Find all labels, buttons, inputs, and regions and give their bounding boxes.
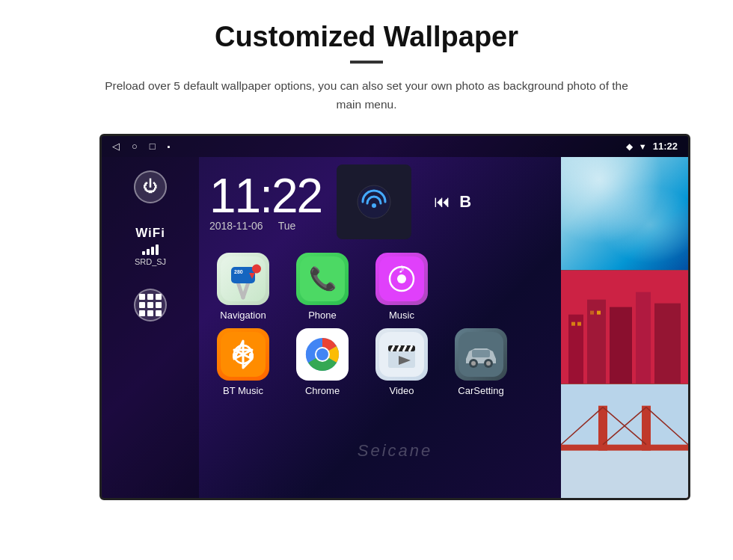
app-chrome[interactable]: Chrome	[289, 328, 356, 396]
wallpaper-panel	[561, 157, 688, 498]
bt-music-label: BT Music	[223, 385, 263, 396]
sidebar: ⏻ WiFi SRD_SJ	[102, 157, 199, 498]
phone-icon: 📞	[296, 253, 349, 305]
svg-rect-14	[233, 353, 237, 359]
video-label: Video	[389, 385, 414, 396]
wifi-ssid: SRD_SJ	[135, 257, 166, 266]
svg-text:280: 280	[234, 269, 243, 274]
app-navigation[interactable]: 280 Navigation	[209, 253, 277, 321]
apps-dot	[147, 294, 153, 300]
watermark: Seicane	[358, 441, 433, 461]
power-icon: ⏻	[143, 178, 158, 195]
music-icon: ♪	[375, 253, 428, 305]
svg-rect-39	[654, 304, 681, 384]
prev-track-icon[interactable]: ⏮	[434, 192, 450, 212]
page-wrapper: Customized Wallpaper Preload over 5 defa…	[0, 0, 733, 500]
apps-dot	[156, 310, 162, 316]
svg-text:♪: ♪	[399, 261, 405, 276]
apps-dot	[147, 310, 153, 316]
svg-rect-43	[597, 311, 601, 315]
apps-dot	[139, 302, 145, 308]
wifi-status-icon: ▼	[639, 142, 647, 151]
svg-text:📞: 📞	[309, 265, 337, 292]
app-phone[interactable]: 📞 Phone	[289, 253, 356, 321]
chrome-label: Chrome	[305, 385, 340, 396]
wallpaper-thumb-bridge[interactable]	[561, 384, 688, 497]
carsetting-label: CarSetting	[458, 385, 503, 396]
svg-rect-29	[472, 350, 490, 357]
svg-rect-47	[598, 406, 607, 451]
svg-rect-42	[590, 311, 594, 315]
title-divider	[350, 61, 383, 64]
music-label: Music	[389, 310, 414, 321]
clock-date: 2018-11-06	[209, 220, 263, 232]
page-description: Preload over 5 default wallpaper options…	[97, 77, 636, 114]
device-container: ◁ ○ □ ▪ ◆ ▼ 11:22 ⏻	[71, 134, 662, 500]
navigation-icon: 280	[217, 253, 269, 305]
device-screen: ◁ ○ □ ▪ ◆ ▼ 11:22 ⏻	[99, 134, 690, 500]
status-bar: ◁ ○ □ ▪ ◆ ▼ 11:22	[102, 136, 688, 157]
status-bar-right: ◆ ▼ 11:22	[626, 141, 678, 152]
apps-grid-icon	[139, 294, 162, 316]
navigation-label: Navigation	[220, 310, 266, 321]
apps-dot	[156, 294, 162, 300]
svg-rect-37	[610, 307, 632, 384]
wallpaper-thumb-city[interactable]	[561, 270, 688, 384]
wifi-widget: WiFi SRD_SJ	[135, 226, 166, 266]
nav-recent-icon[interactable]: □	[150, 141, 156, 152]
svg-rect-44	[561, 384, 688, 451]
carsetting-icon	[455, 328, 507, 381]
svg-rect-15	[249, 353, 254, 359]
app-bt-music[interactable]: BT Music	[209, 328, 277, 396]
wifi-bar-1	[142, 251, 145, 255]
nav-home-icon[interactable]: ○	[132, 141, 138, 152]
apps-dot	[139, 310, 145, 316]
power-button[interactable]: ⏻	[134, 170, 167, 203]
wifi-bar-3	[151, 247, 154, 255]
svg-rect-45	[561, 451, 688, 498]
wallpaper-thumb-ice[interactable]	[561, 157, 688, 270]
status-time: 11:22	[653, 141, 678, 152]
svg-point-31	[471, 361, 476, 366]
media-widget	[337, 164, 411, 239]
svg-rect-48	[642, 406, 651, 451]
wifi-bars	[142, 243, 159, 255]
page-title: Customized Wallpaper	[215, 21, 518, 53]
bluetooth-text-icon: B	[459, 192, 471, 212]
app-carsetting[interactable]: CarSetting	[447, 328, 515, 396]
clock-widget: 11:22 2018-11-06 Tue	[209, 172, 322, 232]
svg-rect-38	[636, 292, 651, 384]
svg-rect-36	[587, 300, 606, 384]
clock-day: Tue	[278, 220, 296, 232]
app-music[interactable]: ♪ Music	[368, 253, 435, 321]
svg-point-1	[372, 203, 376, 208]
phone-label: Phone	[308, 310, 337, 321]
svg-point-33	[486, 361, 491, 366]
video-icon	[375, 328, 428, 381]
apps-drawer-button[interactable]	[134, 289, 167, 321]
status-bar-left: ◁ ○ □ ▪	[112, 141, 171, 152]
svg-point-19	[316, 348, 328, 360]
clock-time: 11:22	[209, 172, 322, 220]
bt-music-icon	[217, 328, 269, 381]
svg-rect-40	[571, 322, 575, 326]
nav-back-icon[interactable]: ◁	[112, 141, 120, 152]
app-video[interactable]: Video	[368, 328, 435, 396]
wifi-label: WiFi	[135, 226, 165, 241]
location-icon: ◆	[626, 141, 633, 152]
apps-dot	[147, 302, 153, 308]
svg-rect-46	[561, 445, 688, 451]
media-controls: ⏮ B	[434, 192, 471, 212]
chrome-icon	[296, 328, 349, 381]
apps-dot	[156, 302, 162, 308]
media-wifi-icon	[352, 179, 396, 224]
wifi-bar-2	[147, 249, 150, 255]
apps-dot	[139, 294, 145, 300]
wifi-bar-4	[156, 244, 159, 255]
svg-rect-41	[577, 322, 581, 326]
nav-screenshot-icon[interactable]: ▪	[168, 142, 171, 151]
